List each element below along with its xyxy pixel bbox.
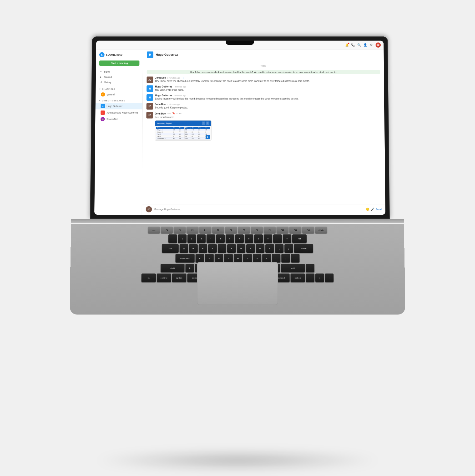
key-equals[interactable]: = (283, 235, 291, 243)
mic-icon[interactable]: 🎤 (371, 207, 374, 211)
search-icon[interactable]: 🔍 (357, 43, 361, 47)
key-rightarrow[interactable]: → (325, 273, 333, 282)
screen-notch (226, 41, 254, 45)
channels-arrow-icon[interactable]: ▼ (99, 88, 101, 90)
dm-arrow-icon[interactable]: ▼ (99, 100, 101, 102)
key-3[interactable]: 3 (197, 235, 206, 243)
key-option-r[interactable]: option (291, 273, 305, 282)
key-g[interactable]: G (234, 254, 242, 262)
bell-icon[interactable]: 🔔 (345, 43, 349, 47)
key-l[interactable]: L (272, 254, 280, 262)
key-rbracket[interactable]: ] (284, 244, 293, 253)
sidebar-item-starred[interactable]: ★ Starred (96, 74, 143, 80)
key-d[interactable]: D (215, 254, 223, 262)
download-button[interactable]: ⬇ (206, 135, 210, 139)
key-delete2[interactable]: ⌫ (292, 235, 307, 243)
forwarded-icon: ⟶ (181, 77, 184, 79)
key-f3[interactable]: F3 (186, 227, 199, 233)
key-h[interactable]: H (243, 254, 252, 262)
key-9[interactable]: 9 (254, 235, 263, 243)
message-1: JD John Doe 3 minutes ago ⟶ Hey Hugo, ha… (146, 77, 380, 83)
key-f6[interactable]: F6 (225, 227, 237, 233)
key-y[interactable]: Y (227, 244, 236, 253)
attachment-external-icon[interactable]: ↗ (202, 122, 205, 125)
sidebar-logo: S SOONER360 (96, 50, 143, 59)
key-5[interactable]: 5 (216, 235, 225, 243)
key-delete[interactable]: delete (315, 227, 327, 233)
sidebar-item-history[interactable]: ↺ History (96, 80, 143, 85)
key-f9[interactable]: F9 (264, 227, 276, 233)
dm-john-hugo[interactable]: J John Doe and Hugo Gutierrez (95, 109, 142, 116)
phone-icon[interactable]: 📞 (351, 43, 355, 47)
key-0[interactable]: 0 (264, 235, 272, 243)
settings-icon[interactable]: ⚙ (369, 43, 373, 47)
key-downarrow[interactable]: ↓ (315, 273, 324, 282)
key-option[interactable]: option (172, 273, 186, 282)
key-control[interactable]: control (157, 273, 171, 282)
key-minus[interactable]: - (273, 235, 282, 243)
key-j[interactable]: J (253, 254, 261, 262)
key-e[interactable]: E (199, 244, 207, 253)
key-a[interactable]: A (196, 254, 204, 262)
key-u[interactable]: U (237, 244, 245, 253)
key-leftarrow[interactable]: ← (306, 273, 314, 282)
bookmark-tool[interactable]: 🔖 (172, 112, 175, 115)
key-k[interactable]: K (262, 254, 271, 262)
user-plus-icon[interactable]: 👤 (363, 43, 367, 47)
key-rshift[interactable]: shift (281, 264, 305, 272)
key-i[interactable]: I (246, 244, 255, 253)
history-label: History (104, 81, 111, 84)
dm-soonerbot[interactable]: 🤖 SoonerBot (95, 116, 143, 122)
key-caps[interactable]: caps lock (176, 254, 195, 262)
sidebar-item-inbox[interactable]: ✉ Inbox (96, 69, 143, 74)
key-f12[interactable]: F12 (302, 227, 314, 233)
key-6[interactable]: 6 (226, 235, 234, 243)
more-tool[interactable]: ••• (179, 112, 181, 115)
key-r[interactable]: R (208, 244, 217, 253)
key-quote[interactable]: ' (291, 254, 299, 262)
emoji-icon[interactable]: 🙂 (366, 207, 369, 211)
key-f7[interactable]: F7 (238, 227, 250, 233)
key-f11[interactable]: F11 (290, 227, 301, 233)
key-4[interactable]: 4 (206, 235, 215, 243)
start-meeting-button[interactable]: Start a meeting (99, 60, 139, 66)
key-7[interactable]: 7 (235, 235, 244, 243)
key-o[interactable]: O (256, 244, 264, 253)
key-uparrow[interactable]: ↑ (306, 264, 314, 272)
key-semicolon[interactable]: ; (281, 254, 290, 262)
star-tool[interactable]: ☆ (176, 112, 178, 115)
key-esc[interactable]: esc (148, 227, 160, 233)
key-p[interactable]: P (265, 244, 274, 253)
key-tab[interactable]: tab (162, 244, 179, 253)
highlighted-message: Hey John, have you checked our Inventory… (147, 70, 380, 74)
send-button[interactable]: Send (376, 208, 382, 211)
attachment-close-icon[interactable]: ✕ (206, 122, 209, 125)
trackpad[interactable] (197, 262, 278, 305)
key-fn[interactable]: fn (142, 273, 156, 282)
dm-hugo[interactable]: H Hugo Gutierrez (95, 103, 143, 109)
key-f1[interactable]: F1 (161, 227, 173, 233)
key-f4[interactable]: F4 (199, 227, 211, 233)
key-f2[interactable]: F2 (174, 227, 185, 233)
key-lshift[interactable]: shift (161, 264, 184, 272)
col-may: May (197, 127, 204, 129)
col-apr: Apr (191, 127, 197, 129)
key-z[interactable]: Z (185, 264, 194, 272)
key-1[interactable]: 1 (178, 235, 186, 243)
channel-general[interactable]: # general (95, 91, 143, 98)
key-lbracket[interactable]: [ (275, 244, 283, 253)
key-s[interactable]: S (205, 254, 214, 262)
message-input[interactable] (154, 208, 364, 211)
key-f8[interactable]: F8 (251, 227, 263, 233)
key-f[interactable]: F (224, 254, 233, 262)
key-tilde[interactable]: ~ (168, 235, 177, 243)
key-8[interactable]: 8 (245, 235, 253, 243)
key-f10[interactable]: F10 (276, 227, 289, 233)
key-return[interactable]: return (294, 244, 313, 253)
key-q[interactable]: Q (180, 244, 188, 253)
key-f5[interactable]: F5 (212, 227, 224, 233)
key-w[interactable]: W (189, 244, 198, 253)
user-avatar[interactable]: JD (376, 42, 381, 47)
key-t[interactable]: T (218, 244, 226, 253)
key-2[interactable]: 2 (187, 235, 196, 243)
